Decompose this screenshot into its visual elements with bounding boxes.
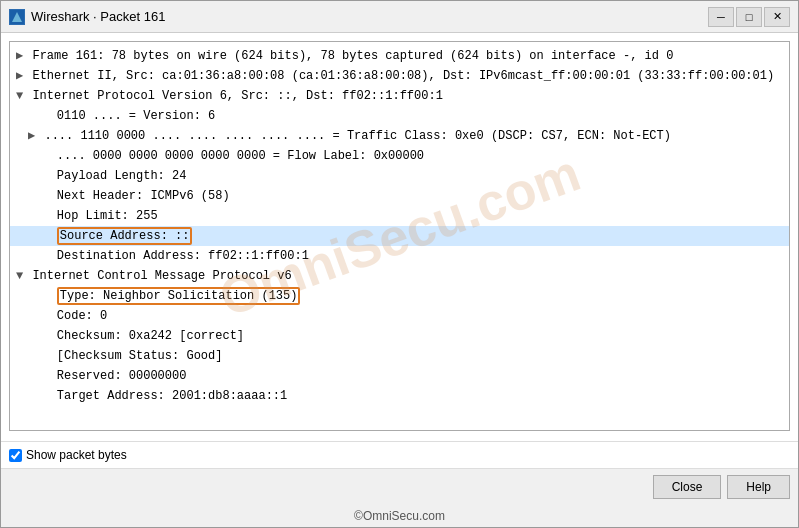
packet-line[interactable]: Hop Limit: 255 [10, 206, 789, 226]
expand-arrow[interactable]: ▼ [16, 267, 23, 285]
packet-line[interactable]: Target Address: 2001:db8:aaaa::1 [10, 386, 789, 406]
packet-line[interactable]: .... 0000 0000 0000 0000 0000 = Flow Lab… [10, 146, 789, 166]
expand-arrow[interactable]: ▶ [16, 67, 23, 85]
packet-line[interactable]: ▶ Ethernet II, Src: ca:01:36:a8:00:08 (c… [10, 66, 789, 86]
line-text: Payload Length: 24 [28, 169, 186, 183]
line-text: 0110 .... = Version: 6 [28, 109, 215, 123]
packet-panel[interactable]: OmniSecu.com ▶ Frame 161: 78 bytes on wi… [9, 41, 790, 431]
footer-bar: Close Help [1, 468, 798, 505]
source-address-line[interactable]: Source Address: :: [10, 226, 789, 246]
title-bar: Wireshark · Packet 161 ─ □ ✕ [1, 1, 798, 33]
type-line[interactable]: Type: Neighbor Solicitation (135) [10, 286, 789, 306]
show-packet-bytes-checkbox[interactable] [9, 449, 22, 462]
type-box: Type: Neighbor Solicitation (135) [57, 287, 301, 305]
content-area: OmniSecu.com ▶ Frame 161: 78 bytes on wi… [1, 33, 798, 441]
line-text: [Checksum Status: Good] [28, 349, 222, 363]
expand-arrow[interactable]: ▶ [16, 47, 23, 65]
close-window-button[interactable]: ✕ [764, 7, 790, 27]
line-text: Ethernet II, Src: ca:01:36:a8:00:08 (ca:… [32, 69, 774, 83]
line-text: Internet Protocol Version 6, Src: ::, Ds… [32, 89, 442, 103]
show-packet-bytes-text: Show packet bytes [26, 448, 127, 462]
packet-line[interactable]: ▶ Frame 161: 78 bytes on wire (624 bits)… [10, 46, 789, 66]
close-button[interactable]: Close [653, 475, 722, 499]
packet-line[interactable]: Payload Length: 24 [10, 166, 789, 186]
packet-line[interactable]: Destination Address: ff02::1:ff00:1 [10, 246, 789, 266]
wireshark-icon [9, 9, 25, 25]
expand-arrow[interactable]: ▼ [16, 87, 23, 105]
packet-line[interactable]: Checksum: 0xa242 [correct] [10, 326, 789, 346]
line-text: Destination Address: ff02::1:ff00:1 [28, 249, 309, 263]
line-text: Reserved: 00000000 [28, 369, 186, 383]
packet-line[interactable]: [Checksum Status: Good] [10, 346, 789, 366]
line-text: Frame 161: 78 bytes on wire (624 bits), … [32, 49, 673, 63]
packet-line[interactable]: Code: 0 [10, 306, 789, 326]
line-text: .... 1110 0000 .... .... .... .... .... … [44, 129, 671, 143]
line-text: Source Address: :: [28, 227, 192, 245]
packet-line[interactable]: Reserved: 00000000 [10, 366, 789, 386]
copyright-text: ©OmniSecu.com [354, 509, 445, 523]
line-text: Next Header: ICMPv6 (58) [28, 189, 230, 203]
line-text: Checksum: 0xa242 [correct] [28, 329, 244, 343]
bottom-bar: Show packet bytes [1, 441, 798, 468]
show-packet-bytes-label[interactable]: Show packet bytes [9, 448, 127, 462]
packet-line[interactable]: 0110 .... = Version: 6 [10, 106, 789, 126]
help-button[interactable]: Help [727, 475, 790, 499]
window-title: Wireshark · Packet 161 [31, 9, 165, 24]
packet-line[interactable]: ▼ Internet Control Message Protocol v6 [10, 266, 789, 286]
line-text: Code: 0 [28, 309, 107, 323]
expand-arrow[interactable]: ▶ [28, 127, 35, 145]
packet-line[interactable]: Next Header: ICMPv6 (58) [10, 186, 789, 206]
wireshark-window: Wireshark · Packet 161 ─ □ ✕ OmniSecu.co… [0, 0, 799, 528]
line-text: Type: Neighbor Solicitation (135) [28, 287, 300, 305]
copyright-bar: ©OmniSecu.com [1, 505, 798, 527]
line-text: Internet Control Message Protocol v6 [32, 269, 291, 283]
source-address-box: Source Address: :: [57, 227, 193, 245]
line-text: Hop Limit: 255 [28, 209, 158, 223]
title-bar-left: Wireshark · Packet 161 [9, 9, 165, 25]
minimize-button[interactable]: ─ [708, 7, 734, 27]
restore-button[interactable]: □ [736, 7, 762, 27]
packet-line[interactable]: ▶ .... 1110 0000 .... .... .... .... ...… [10, 126, 789, 146]
line-text: Target Address: 2001:db8:aaaa::1 [28, 389, 287, 403]
packet-line[interactable]: ▼ Internet Protocol Version 6, Src: ::, … [10, 86, 789, 106]
title-bar-controls: ─ □ ✕ [708, 7, 790, 27]
line-text: .... 0000 0000 0000 0000 0000 = Flow Lab… [28, 149, 424, 163]
